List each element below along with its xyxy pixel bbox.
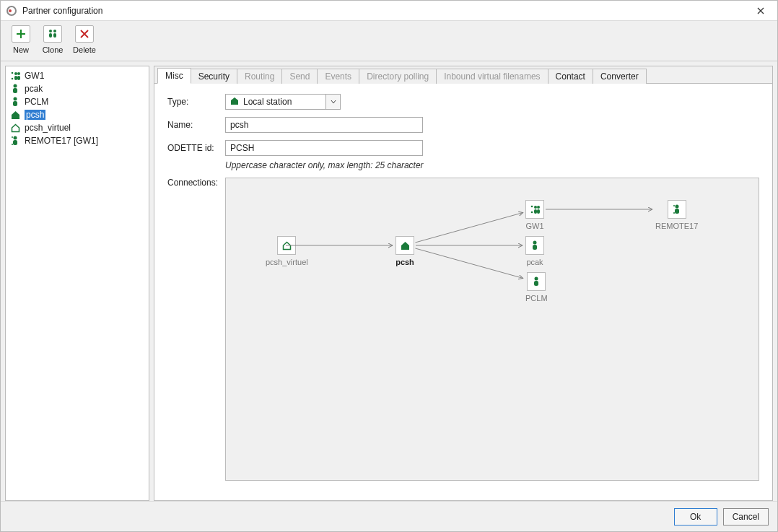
- svg-rect-13: [13, 101, 17, 106]
- sidebar-item-label: PCLM: [25, 97, 48, 107]
- dialog-footer: Ok Cancel: [1, 501, 777, 531]
- sidebar-item-remote17-gw1-[interactable]: REMOTE17 [GW1]: [7, 134, 147, 147]
- tab-contact[interactable]: Contact: [548, 69, 593, 84]
- svg-point-12: [14, 97, 17, 101]
- svg-rect-9: [17, 76, 20, 80]
- close-button[interactable]: [750, 4, 772, 18]
- odette-value: PCSH: [230, 143, 254, 153]
- sidebar-item-pcak[interactable]: pcak: [7, 82, 147, 95]
- window-title: Partner configuration: [22, 6, 750, 16]
- svg-point-17: [12, 144, 13, 145]
- partner-list[interactable]: GW1pcakPCLMpcshpcsh_virtuelREMOTE17 [GW1…: [5, 66, 149, 501]
- tab-bar: MiscSecurityRoutingSendEventsDirectory p…: [154, 66, 772, 84]
- edge-GW1-REMOTE17: [226, 178, 759, 480]
- svg-point-2: [53, 30, 56, 32]
- toolbar: New Clone Delete: [1, 21, 777, 61]
- odette-helper: Uppercase character only, max length: 25…: [225, 160, 759, 170]
- misc-panel: Type: Local station Name:: [154, 84, 772, 500]
- name-input[interactable]: pcsh: [225, 117, 423, 133]
- name-value: pcsh: [230, 120, 248, 130]
- plus-icon: [12, 25, 30, 43]
- sidebar-item-gw1[interactable]: GW1: [7, 69, 147, 82]
- person-icon: [10, 97, 20, 107]
- delete-label: Delete: [73, 45, 96, 54]
- tab-security[interactable]: Security: [191, 69, 237, 84]
- svg-point-4: [12, 72, 14, 74]
- type-select[interactable]: Local station: [225, 94, 341, 110]
- svg-rect-3: [53, 33, 56, 38]
- svg-point-16: [12, 136, 13, 138]
- tab-routing: Routing: [237, 69, 282, 84]
- svg-point-10: [14, 84, 17, 88]
- svg-point-8: [17, 72, 20, 75]
- tab-converter[interactable]: Converter: [593, 69, 647, 84]
- chevron-down-icon: [325, 95, 340, 109]
- close-icon: [757, 7, 764, 14]
- new-label: New: [13, 45, 29, 54]
- svg-rect-15: [13, 140, 17, 145]
- svg-point-6: [14, 72, 17, 75]
- svg-point-5: [12, 78, 14, 80]
- type-label: Type:: [167, 97, 225, 107]
- sidebar-item-label: pcsh: [25, 110, 45, 120]
- sidebar-item-pcsh[interactable]: pcsh: [7, 108, 147, 121]
- svg-point-14: [14, 136, 17, 140]
- app-icon: [6, 6, 17, 16]
- content-pane: MiscSecurityRoutingSendEventsDirectory p…: [154, 66, 773, 501]
- delete-icon: [75, 25, 94, 43]
- house-icon: [10, 110, 20, 120]
- house-outline-icon: [10, 123, 20, 133]
- tab-inbound-virtual-filenames: Inbound virtual filenames: [436, 69, 548, 84]
- house-icon: [230, 97, 239, 108]
- new-button[interactable]: New: [6, 25, 35, 54]
- tab-send: Send: [281, 69, 318, 84]
- clone-label: Clone: [43, 45, 64, 54]
- sidebar-item-pclm[interactable]: PCLM: [7, 95, 147, 108]
- person-icon: [10, 84, 20, 94]
- tab-directory-polling: Directory polling: [359, 69, 437, 84]
- type-value: Local station: [243, 97, 292, 107]
- sidebar-item-pcsh-virtuel[interactable]: pcsh_virtuel: [7, 121, 147, 134]
- odette-input[interactable]: PCSH: [225, 140, 423, 156]
- clone-button[interactable]: Clone: [38, 25, 67, 54]
- sidebar-item-label: REMOTE17 [GW1]: [25, 136, 98, 146]
- svg-point-0: [49, 30, 52, 32]
- gateway-icon: [10, 71, 20, 81]
- odette-label: ODETTE id:: [167, 143, 225, 153]
- sidebar-item-label: pcsh_virtuel: [25, 123, 71, 133]
- title-bar: Partner configuration: [1, 1, 777, 21]
- svg-rect-7: [14, 76, 17, 80]
- cancel-button[interactable]: Cancel: [723, 508, 769, 526]
- svg-rect-11: [13, 88, 17, 93]
- delete-button[interactable]: Delete: [70, 25, 99, 54]
- sidebar-item-label: GW1: [25, 71, 44, 81]
- connections-label: Connections:: [167, 178, 225, 188]
- connections-diagram[interactable]: pcsh_virtuelpcshGW1pcakPCLMREMOTE17: [225, 178, 759, 481]
- sidebar-item-label: pcak: [25, 84, 43, 94]
- ok-button[interactable]: Ok: [674, 508, 717, 526]
- remote-icon: [10, 136, 20, 146]
- clone-icon: [43, 25, 62, 43]
- svg-rect-1: [49, 33, 52, 38]
- tab-misc[interactable]: Misc: [157, 68, 191, 84]
- name-label: Name:: [167, 120, 225, 130]
- tab-events: Events: [317, 69, 359, 84]
